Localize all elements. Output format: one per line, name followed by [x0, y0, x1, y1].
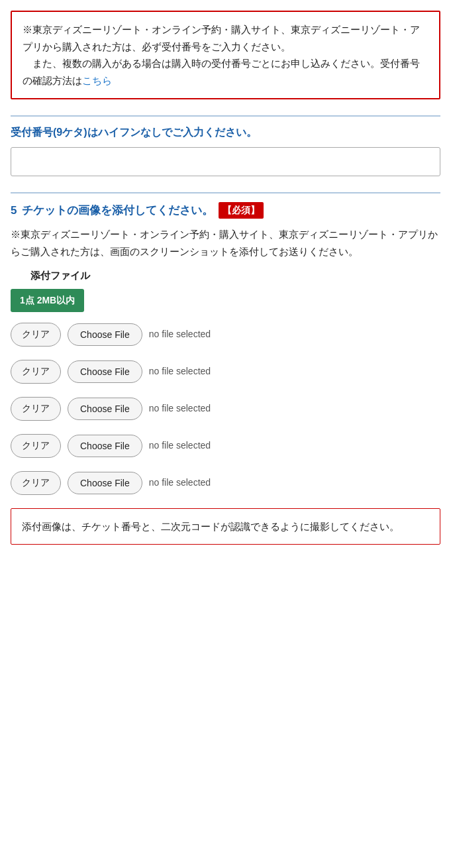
- file-status-1: no file selected: [149, 327, 211, 341]
- file-status-3: no file selected: [149, 401, 211, 415]
- section-divider-1: [11, 115, 440, 117]
- section5-title-row: 5 チケットの画像を添付してください。 【必須】: [11, 201, 440, 219]
- clear-button-2[interactable]: クリア: [11, 360, 61, 384]
- section5-title-text: チケットの画像を添付してください。: [22, 201, 213, 219]
- file-row-4: クリア Choose File no file selected: [11, 434, 440, 458]
- bottom-notice-text: 添付画像は、チケット番号と、二次元コードが認識できるように撮影してください。: [22, 518, 429, 535]
- file-status-5: no file selected: [149, 475, 211, 490]
- section-divider-2: [11, 192, 440, 193]
- clear-button-5[interactable]: クリア: [11, 471, 61, 495]
- clear-button-4[interactable]: クリア: [11, 434, 61, 458]
- file-row-5: クリア Choose File no file selected: [11, 471, 440, 495]
- section5-description: ※東京ディズニーリゾート・オンライン予約・購入サイト、東京ディズニーリゾート・ア…: [11, 226, 440, 260]
- clear-button-3[interactable]: クリア: [11, 397, 61, 421]
- bottom-notice-box: 添付画像は、チケット番号と、二次元コードが認識できるように撮影してください。: [11, 508, 440, 545]
- attachment-label: 添付ファイル: [30, 268, 440, 284]
- notice-text: ※東京ディズニーリゾート・オンライン予約・購入サイト、東京ディズニーリゾート・ア…: [23, 21, 428, 89]
- receipt-number-input[interactable]: [11, 147, 440, 176]
- required-badge: 【必須】: [219, 202, 264, 218]
- choose-file-button-5[interactable]: Choose File: [68, 472, 142, 494]
- clear-button-1[interactable]: クリア: [11, 323, 61, 347]
- choose-file-button-3[interactable]: Choose File: [68, 398, 142, 420]
- top-notice-box: ※東京ディズニーリゾート・オンライン予約・購入サイト、東京ディズニーリゾート・ア…: [11, 11, 440, 99]
- notice-text-main: ※東京ディズニーリゾート・オンライン予約・購入サイト、東京ディズニーリゾート・ア…: [23, 24, 420, 52]
- size-badge: 1点 2MB以内: [11, 289, 84, 311]
- file-status-2: no file selected: [149, 364, 211, 378]
- file-status-4: no file selected: [149, 438, 211, 453]
- choose-file-button-4[interactable]: Choose File: [68, 435, 142, 457]
- choose-file-button-2[interactable]: Choose File: [68, 360, 142, 383]
- file-rows-container: クリア Choose File no file selected クリア Cho…: [11, 323, 440, 495]
- file-row-1: クリア Choose File no file selected: [11, 323, 440, 347]
- file-row-2: クリア Choose File no file selected: [11, 360, 440, 384]
- notice-link[interactable]: こちら: [82, 75, 112, 86]
- file-row-3: クリア Choose File no file selected: [11, 397, 440, 421]
- choose-file-button-1[interactable]: Choose File: [68, 323, 142, 346]
- receipt-field-label: 受付番号(9ケタ)はハイフンなしでご入力ください。: [11, 125, 440, 140]
- section5-number: 5: [11, 201, 17, 219]
